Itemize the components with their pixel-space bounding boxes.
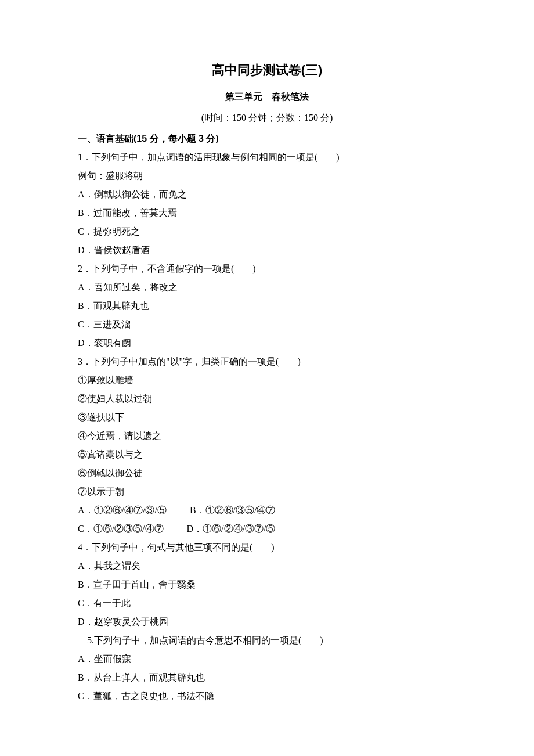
q4-option-b: B．宣子田于首山，舍于翳桑 [78,575,456,594]
q3-option-c: C．①⑥/②③⑤/④⑦ [78,520,164,538]
q2-option-d: D．衮职有阙 [78,334,456,352]
q2-option-b: B．而观其辟丸也 [78,297,456,315]
q3-options-row-1: A．①②⑥/④⑦/③/⑤ B．①②⑥/③⑤/④⑦ [78,501,456,520]
q4-option-a: A．其我之谓矣 [78,557,456,575]
q3-option-d: D．①⑥/②④/③⑦/⑤ [187,520,276,538]
q1-option-d: D．晋侯饮赵盾酒 [78,241,456,260]
q3-item-2: ②使妇人载以过朝 [78,390,456,408]
q5-option-a: A．坐而假寐 [78,650,456,668]
q3-options-row-2: C．①⑥/②③⑤/④⑦ D．①⑥/②④/③⑦/⑤ [78,520,456,538]
q2-stem: 2．下列句子中，不含通假字的一项是( ) [78,260,456,278]
q1-example: 例句：盛服将朝 [78,167,456,185]
q1-stem: 1．下列句子中，加点词语的活用现象与例句相同的一项是( ) [78,148,456,167]
q3-item-4: ④今近焉，请以遗之 [78,427,456,445]
q3-item-3: ③遂扶以下 [78,408,456,427]
q2-option-a: A．吾知所过矣，将改之 [78,278,456,297]
q3-stem: 3．下列句子中加点的"以"字，归类正确的一项是( ) [78,352,456,371]
q4-option-d: D．赵穿攻灵公于桃园 [78,613,456,631]
q1-option-a: A．倒戟以御公徒，而免之 [78,185,456,204]
q3-item-6: ⑥倒戟以御公徒 [78,464,456,483]
section-1-heading: 一、语言基础(15 分，每小题 3 分) [78,129,456,148]
q5-option-b: B．从台上弹人，而观其辟丸也 [78,668,456,687]
q1-option-b: B．过而能改，善莫大焉 [78,204,456,222]
page-title: 高中同步测试卷(三) [78,58,456,83]
q4-option-c: C．有一于此 [78,594,456,613]
q3-item-5: ⑤寘诸橐以与之 [78,445,456,464]
q1-option-c: C．提弥明死之 [78,222,456,241]
q4-stem: 4．下列句子中，句式与其他三项不同的是( ) [78,538,456,557]
q2-option-c: C．三进及溜 [78,315,456,334]
q3-item-7: ⑦以示于朝 [78,483,456,501]
q5-option-c: C．董狐，古之良史也，书法不隐 [78,687,456,705]
q3-item-1: ①厚敛以雕墙 [78,371,456,390]
q3-option-a: A．①②⑥/④⑦/③/⑤ [78,501,167,520]
q5-stem: 5.下列句子中，加点词语的古今意思不相同的一项是( ) [78,631,456,650]
page-subtitle: 第三单元 春秋笔法 [78,88,456,106]
timing-info: (时间：150 分钟；分数：150 分) [78,109,456,127]
q3-option-b: B．①②⑥/③⑤/④⑦ [190,501,276,520]
